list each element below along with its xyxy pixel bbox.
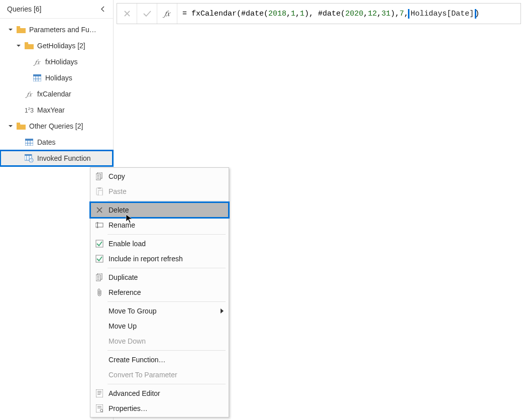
menu-item-label: Advanced Editor [109, 389, 160, 397]
num-icon: 123 [24, 105, 34, 115]
menu-item[interactable]: Rename [90, 218, 229, 233]
menu-separator [108, 200, 226, 201]
paste-icon [90, 187, 109, 195]
svg-rect-42 [96, 404, 103, 412]
delete-icon [90, 206, 109, 214]
sidebar-title: Queries [6] [7, 5, 41, 13]
svg-rect-25 [98, 187, 101, 189]
menu-item-label: Convert To Parameter [109, 371, 177, 379]
expander-icon[interactable] [7, 123, 14, 130]
table-icon [24, 137, 34, 147]
menu-item-label: Include in report refresh [109, 255, 183, 263]
chevron-left-icon [100, 6, 106, 13]
menu-item-label: Move Up [109, 322, 137, 330]
svg-rect-14 [25, 154, 32, 156]
tree-item[interactable]: Other Queries [2] [0, 118, 113, 134]
props-icon [90, 404, 109, 412]
context-menu: CopyPasteDeleteRenameEnable loadInclude … [90, 167, 229, 417]
confirm-formula-button[interactable] [137, 4, 157, 24]
submenu-arrow-icon [221, 307, 224, 315]
tree-item-label: fxCalendar [37, 90, 71, 98]
folder-icon [24, 41, 34, 51]
checked-icon [90, 255, 109, 263]
collapse-sidebar-button[interactable] [99, 5, 107, 13]
tree-item[interactable]: GetHolidays [2] [0, 38, 113, 54]
formula-bar: 𝑓𝑥 = fxCalendar(#date(2018, 1, 1), #date… [117, 3, 521, 24]
cancel-formula-button[interactable] [117, 4, 137, 24]
tree-item[interactable]: 123MaxYear [0, 102, 113, 118]
svg-rect-27 [95, 223, 103, 227]
menu-item-label: Enable load [109, 240, 146, 248]
tree-item-label: Invoked Function [37, 154, 91, 162]
tree-item-label: fxHolidays [45, 58, 78, 66]
svg-text:?: ? [30, 159, 32, 162]
svg-rect-3 [33, 74, 41, 76]
menu-item[interactable]: Move Up [90, 319, 229, 334]
tree-item-label: Dates [37, 138, 56, 146]
menu-separator [108, 234, 226, 235]
tree-item-label: Other Queries [2] [29, 122, 83, 130]
tree-item[interactable]: Dates [0, 134, 113, 150]
svg-rect-9 [25, 139, 33, 141]
tree-item-label: MaxYear [37, 106, 65, 114]
expander-icon[interactable] [7, 26, 14, 33]
copy-icon [90, 273, 109, 281]
tree-item[interactable]: Holidays [0, 70, 113, 86]
svg-rect-0 [17, 26, 20, 28]
menu-item[interactable]: Move To Group [90, 303, 229, 319]
menu-separator [108, 350, 226, 351]
menu-item: Move Down [90, 334, 229, 349]
menu-item[interactable]: Duplicate [90, 270, 229, 285]
expander-icon[interactable] [15, 42, 22, 49]
menu-item-label: Rename [109, 221, 135, 229]
menu-separator [108, 301, 226, 302]
check-icon [143, 10, 152, 18]
menu-item-label: Properties… [109, 404, 148, 412]
folder-icon [16, 121, 26, 131]
menu-separator [108, 268, 226, 268]
copy-icon [90, 172, 109, 180]
fx-icon: 𝑓𝑥 [164, 9, 170, 18]
menu-item-label: Delete [109, 206, 129, 214]
clip-icon [90, 288, 109, 296]
menu-item[interactable]: Enable load [90, 236, 229, 251]
menu-item[interactable]: Copy [90, 169, 229, 184]
editor-icon [90, 389, 109, 397]
tree-item[interactable]: Parameters and Fu… [0, 22, 113, 38]
menu-item[interactable]: Reference [90, 285, 229, 300]
close-icon [123, 10, 131, 18]
menu-item[interactable]: Include in report refresh [90, 251, 229, 266]
formula-input[interactable]: = fxCalendar(#date(2018, 1, 1), #date(20… [177, 9, 520, 19]
tree-item-label: Parameters and Fu… [29, 26, 96, 34]
menu-item[interactable]: Delete [90, 202, 229, 218]
menu-item-label: Move To Group [109, 307, 156, 315]
menu-separator [108, 384, 226, 384]
svg-rect-1 [25, 42, 28, 44]
tree-item[interactable]: 𝑓𝑥fxHolidays [0, 54, 113, 70]
checked-icon [90, 240, 109, 248]
tree-item[interactable]: ?Invoked Function [0, 150, 113, 166]
fx-icon: 𝑓𝑥 [24, 89, 34, 99]
table-q-icon: ? [24, 153, 34, 163]
tree-item[interactable]: 𝑓𝑥fxCalendar [0, 86, 113, 102]
menu-item[interactable]: Advanced Editor [90, 386, 229, 401]
sidebar-header: Queries [6] [0, 0, 113, 19]
query-tree: Parameters and Fu…GetHolidays [2]𝑓𝑥fxHol… [0, 19, 113, 169]
menu-item[interactable]: Properties… [90, 401, 229, 416]
menu-item-label: Move Down [109, 337, 146, 345]
menu-item: Paste [90, 184, 229, 199]
menu-item-label: Paste [109, 187, 127, 195]
rename-icon [90, 222, 109, 228]
menu-item[interactable]: Create Function… [90, 352, 229, 367]
menu-item: Convert To Parameter [90, 367, 229, 382]
table-icon [32, 73, 42, 83]
svg-rect-7 [17, 123, 20, 124]
menu-item-label: Reference [109, 288, 141, 296]
svg-rect-38 [96, 389, 103, 397]
fx-icon: 𝑓𝑥 [32, 57, 42, 67]
fx-button[interactable]: 𝑓𝑥 [157, 4, 177, 24]
tree-item-label: Holidays [45, 74, 72, 82]
menu-item-label: Duplicate [109, 273, 138, 281]
svg-rect-26 [98, 190, 102, 195]
folder-icon [16, 25, 26, 35]
